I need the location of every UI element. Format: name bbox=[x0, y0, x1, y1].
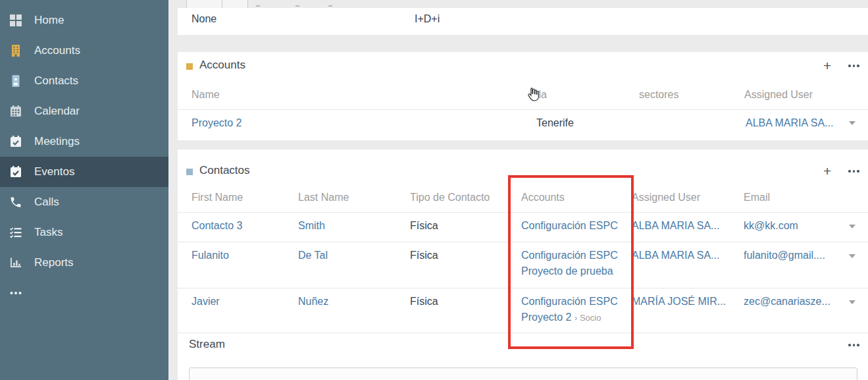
column-header-sectores: sectores bbox=[639, 89, 678, 101]
sidebar-item-label: Tasks bbox=[34, 226, 63, 239]
contact-first-name-link[interactable]: Fulanito bbox=[191, 250, 229, 261]
calendar-check-icon bbox=[9, 135, 22, 148]
column-header-assigned-user: Assigned User bbox=[744, 89, 813, 101]
contact-account-role: › Socio bbox=[574, 313, 601, 323]
sidebar: Home Accounts bbox=[0, 0, 168, 380]
cutoff-mark bbox=[295, 5, 299, 7]
column-header-assigned-user: Assigned User bbox=[632, 192, 700, 204]
column-header-last-name: Last Name bbox=[298, 192, 349, 204]
sidebar-item-label: Reports bbox=[34, 256, 74, 269]
contact-tipo-value: Física bbox=[410, 250, 438, 261]
app-window: Home Accounts bbox=[0, 0, 868, 380]
account-assigned-user-link[interactable]: ALBA MARIA SA... bbox=[746, 117, 833, 129]
detail-fields-panel: None I+D+i bbox=[178, 8, 868, 35]
sidebar-item-label: Calls bbox=[34, 196, 59, 209]
sidebar-item-more[interactable] bbox=[0, 278, 168, 308]
sidebar-item-label: Accounts bbox=[34, 44, 80, 57]
contact-assigned-user-link[interactable]: MARÍA JOSÉ MIR... bbox=[632, 296, 726, 308]
sidebar-item-calls[interactable]: Calls bbox=[0, 187, 168, 217]
contacts-panel-menu-icon[interactable] bbox=[848, 170, 859, 173]
column-header-isla: Isla bbox=[530, 89, 547, 101]
contact-last-name-link[interactable]: De Tal bbox=[298, 250, 328, 261]
contact-assigned-user-link[interactable]: ALBA MARIA SA... bbox=[632, 250, 719, 261]
add-contact-button[interactable]: + bbox=[823, 164, 831, 178]
contact-tipo-value: Física bbox=[410, 220, 438, 232]
divider bbox=[178, 333, 868, 333]
bar-chart-icon bbox=[9, 256, 22, 269]
contact-tipo-value: Física bbox=[410, 296, 438, 308]
contact-last-name-link[interactable]: Smith bbox=[298, 220, 325, 232]
accounts-panel-menu-icon[interactable] bbox=[848, 65, 859, 67]
column-header-first-name: First Name bbox=[191, 192, 243, 204]
sidebar-item-eventos[interactable]: Eventos bbox=[0, 157, 168, 187]
contact-account-link[interactable]: Configuración ESPC bbox=[521, 250, 618, 261]
sidebar-item-label: Calendar bbox=[34, 105, 80, 118]
id-badge-icon bbox=[9, 74, 22, 88]
contact-email-link[interactable]: kk@kk.com bbox=[744, 220, 798, 232]
sidebar-item-tasks[interactable]: Tasks bbox=[0, 217, 168, 248]
contact-email-link[interactable]: fulanito@gmail.... bbox=[744, 250, 825, 261]
sidebar-item-home[interactable]: Home bbox=[0, 5, 168, 36]
calendar-check-icon bbox=[9, 165, 22, 178]
contact-account-link[interactable]: Configuración ESPC bbox=[521, 220, 618, 232]
column-header-email: Email bbox=[744, 192, 770, 204]
sidebar-item-contacts[interactable]: Contacts bbox=[0, 66, 168, 96]
contact-last-name-link[interactable]: Nuñez bbox=[298, 296, 328, 308]
sidebar-item-meetings[interactable]: Meetings bbox=[0, 126, 168, 157]
row-actions-caret-icon[interactable] bbox=[849, 121, 855, 125]
row-actions-caret-icon[interactable] bbox=[849, 225, 855, 229]
stream-panel-title: Stream bbox=[189, 338, 225, 351]
sidebar-item-reports[interactable]: Reports bbox=[0, 248, 168, 278]
field-value-none: None bbox=[191, 13, 217, 25]
account-isla-value: Tenerife bbox=[536, 117, 574, 129]
task-list-icon bbox=[9, 226, 22, 239]
row-actions-caret-icon[interactable] bbox=[849, 254, 855, 258]
sidebar-item-label: Meetings bbox=[34, 135, 80, 148]
divider bbox=[178, 109, 868, 110]
column-header-tipo-de-contacto: Tipo de Contacto bbox=[410, 192, 490, 204]
contacts-panel-square-icon bbox=[186, 169, 193, 175]
home-grid-icon bbox=[9, 14, 22, 27]
cutoff-mark bbox=[328, 5, 332, 7]
contact-first-name-link[interactable]: Javier bbox=[191, 296, 220, 308]
stream-post-input[interactable] bbox=[189, 367, 857, 380]
contact-account-link[interactable]: Configuración ESPC bbox=[521, 296, 618, 308]
sidebar-item-label: Eventos bbox=[34, 165, 74, 178]
contact-account-link[interactable]: Proyecto de prueba bbox=[521, 265, 613, 277]
contact-account-link[interactable]: Proyecto 2 bbox=[521, 312, 571, 323]
contact-account-cell: Proyecto 2 › Socio bbox=[521, 312, 601, 323]
building-icon bbox=[9, 44, 22, 57]
contact-email-link[interactable]: zec@canariasze... bbox=[744, 296, 830, 308]
column-header-name: Name bbox=[191, 89, 220, 101]
divider bbox=[178, 242, 868, 242]
sidebar-item-calendar[interactable]: Calendar bbox=[0, 96, 168, 126]
sidebar-item-accounts[interactable]: Accounts bbox=[0, 36, 168, 66]
row-actions-caret-icon[interactable] bbox=[849, 300, 855, 304]
accounts-panel: Accounts + Name Isla sectores Assigned U… bbox=[178, 52, 868, 140]
accounts-panel-square-icon bbox=[186, 63, 193, 70]
divider bbox=[178, 288, 868, 288]
field-value-idi: I+D+i bbox=[415, 13, 440, 25]
account-name-link[interactable]: Proyecto 2 bbox=[191, 117, 242, 129]
stream-panel-menu-icon[interactable] bbox=[848, 344, 859, 346]
divider bbox=[178, 212, 868, 213]
cutoff-mark bbox=[256, 5, 260, 7]
more-dots-icon bbox=[9, 286, 22, 300]
sidebar-item-label: Home bbox=[34, 14, 64, 27]
phone-icon bbox=[9, 196, 22, 209]
contacts-panel-title: Contactos bbox=[199, 164, 250, 177]
add-account-button[interactable]: + bbox=[823, 59, 831, 72]
contacts-panel: Contactos + First Name Last Name Tipo de… bbox=[178, 149, 868, 380]
sidebar-item-label: Contacts bbox=[34, 74, 78, 88]
calendar-icon bbox=[9, 105, 22, 118]
column-header-accounts: Accounts bbox=[521, 192, 565, 204]
contact-assigned-user-link[interactable]: ALBA MARIA SA... bbox=[632, 220, 719, 232]
contact-first-name-link[interactable]: Contacto 3 bbox=[191, 220, 242, 232]
accounts-panel-title: Accounts bbox=[199, 59, 245, 72]
